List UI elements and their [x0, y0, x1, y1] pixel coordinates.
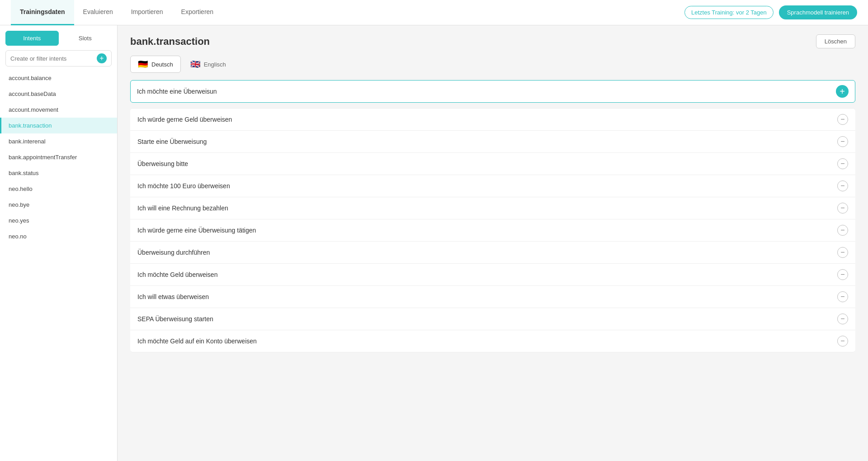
sidebar-item-neo-bye[interactable]: neo.bye — [0, 197, 117, 213]
content-area: bank.transaction Löschen 🇩🇪 Deutsch 🇬🇧 E… — [118, 25, 868, 461]
remove-item-button[interactable]: − — [837, 314, 848, 324]
sidebar-item-bank-interenal[interactable]: bank.interenal — [0, 133, 117, 149]
tab-exportieren[interactable]: Exportieren — [172, 0, 223, 25]
remove-item-button[interactable]: − — [837, 336, 848, 347]
training-item-text: Ich würde gerne eine Überweisung tätigen — [137, 227, 256, 234]
intent-list: account.balance account.baseData account… — [0, 68, 117, 461]
lang-label-deutsch: Deutsch — [151, 61, 173, 68]
training-item: Ich würde gerne eine Überweisung tätigen… — [130, 219, 855, 242]
new-entry-input[interactable] — [137, 88, 836, 95]
remove-item-button[interactable]: − — [837, 203, 848, 214]
training-item: SEPA Überweisung starten − — [130, 308, 855, 330]
top-nav-right: Letztes Training: vor 2 Tagen Sprachmode… — [684, 5, 857, 19]
tab-slots[interactable]: Slots — [59, 31, 112, 46]
training-item: Starte eine Überweisung − — [130, 131, 855, 153]
page-title: bank.transaction — [130, 36, 210, 48]
search-input[interactable] — [10, 55, 94, 62]
remove-item-button[interactable]: − — [837, 225, 848, 236]
language-tabs: 🇩🇪 Deutsch 🇬🇧 Englisch — [118, 56, 868, 80]
flag-german: 🇩🇪 — [138, 59, 148, 69]
remove-item-button[interactable]: − — [837, 291, 848, 302]
search-row: + — [5, 50, 112, 67]
tab-evaluieren[interactable]: Evaluieren — [74, 0, 122, 25]
training-item-text: SEPA Überweisung starten — [137, 315, 213, 323]
sidebar-tabs: Intents Slots — [0, 25, 117, 46]
training-item-text: Ich will eine Rechnung bezahlen — [137, 204, 228, 212]
training-item: Ich möchte Geld überweisen − — [130, 264, 855, 286]
remove-item-button[interactable]: − — [837, 247, 848, 258]
sidebar-item-account-basedata[interactable]: account.baseData — [0, 86, 117, 102]
top-nav-tabs: Trainingsdaten Evaluieren Importieren Ex… — [11, 0, 222, 25]
training-item: Ich möchte 100 Euro überweisen − — [130, 175, 855, 197]
training-item: Ich will etwas überweisen − — [130, 286, 855, 308]
sidebar-item-neo-yes[interactable]: neo.yes — [0, 213, 117, 228]
flag-english: 🇬🇧 — [190, 59, 200, 69]
sidebar-item-bank-transaction[interactable]: bank.transaction — [0, 118, 117, 133]
tab-trainingsdaten[interactable]: Trainingsdaten — [11, 0, 74, 25]
sidebar-item-bank-appointmenttransfer[interactable]: bank.appointmentTransfer — [0, 149, 117, 165]
training-item-text: Überweisung durchführen — [137, 249, 210, 256]
training-item: Ich würde gerne Geld überweisen − — [130, 108, 855, 131]
training-item-text: Ich möchte Geld überweisen — [137, 271, 217, 278]
sidebar-item-bank-status[interactable]: bank.status — [0, 165, 117, 181]
content-header: bank.transaction Löschen — [118, 25, 868, 56]
sidebar-item-neo-no[interactable]: neo.no — [0, 228, 117, 244]
sidebar: Intents Slots + account.balance account.… — [0, 25, 118, 461]
new-entry-row: + — [130, 80, 855, 103]
training-item-text: Starte eine Überweisung — [137, 138, 207, 145]
remove-item-button[interactable]: − — [837, 136, 848, 147]
remove-item-button[interactable]: − — [837, 114, 848, 125]
sidebar-item-neo-hello[interactable]: neo.hello — [0, 181, 117, 197]
training-item: Ich möchte Geld auf ein Konto überweisen… — [130, 330, 855, 352]
training-item-text: Ich möchte 100 Euro überweisen — [137, 182, 230, 190]
training-item-text: Ich will etwas überweisen — [137, 293, 209, 300]
training-item-text: Ich würde gerne Geld überweisen — [137, 116, 232, 123]
train-model-button[interactable]: Sprachmodell trainieren — [779, 5, 857, 19]
sidebar-item-account-movement[interactable]: account.movement — [0, 102, 117, 118]
training-items-list: Ich würde gerne Geld überweisen − Starte… — [130, 108, 855, 352]
training-item: Ich will eine Rechnung bezahlen − — [130, 197, 855, 219]
lang-tab-deutsch[interactable]: 🇩🇪 Deutsch — [130, 56, 181, 73]
sidebar-item-account-balance[interactable]: account.balance — [0, 70, 117, 86]
delete-button[interactable]: Löschen — [816, 34, 855, 48]
training-area: + Ich würde gerne Geld überweisen − Star… — [118, 80, 868, 361]
tab-importieren[interactable]: Importieren — [122, 0, 172, 25]
remove-item-button[interactable]: − — [837, 158, 848, 169]
top-navigation: Trainingsdaten Evaluieren Importieren Ex… — [0, 0, 868, 25]
last-training-label: Letztes Training: vor 2 Tagen — [684, 6, 774, 19]
add-intent-button[interactable]: + — [97, 53, 107, 63]
training-item-text: Überweisung bitte — [137, 160, 188, 167]
main-layout: Intents Slots + account.balance account.… — [0, 25, 868, 461]
training-item: Überweisung durchführen − — [130, 242, 855, 264]
add-training-entry-button[interactable]: + — [836, 85, 849, 98]
training-item: Überweisung bitte − — [130, 153, 855, 175]
tab-intents[interactable]: Intents — [5, 31, 59, 46]
remove-item-button[interactable]: − — [837, 269, 848, 280]
lang-label-englisch: Englisch — [204, 61, 226, 68]
training-item-text: Ich möchte Geld auf ein Konto überweisen — [137, 337, 257, 345]
remove-item-button[interactable]: − — [837, 181, 848, 191]
lang-tab-englisch[interactable]: 🇬🇧 Englisch — [183, 56, 234, 73]
